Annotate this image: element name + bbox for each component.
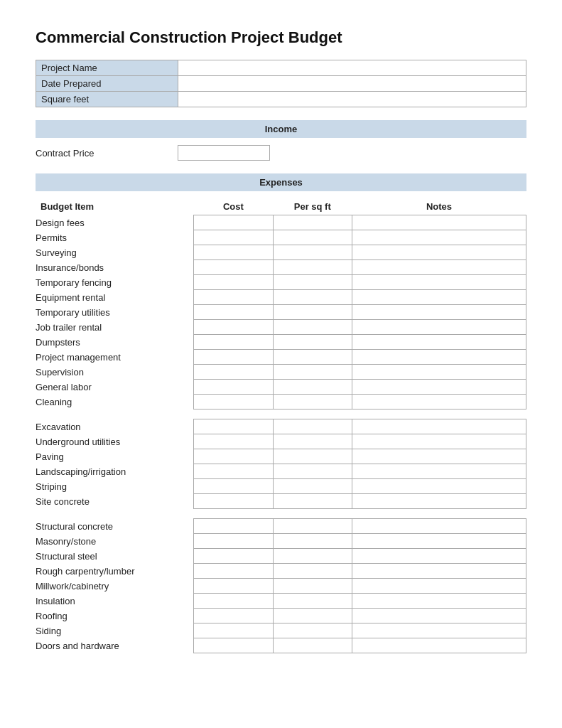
table-row: Surveying [36, 245, 526, 260]
cost-cell[interactable] [194, 609, 273, 623]
notes-cell[interactable] [352, 290, 526, 305]
persqft-cell[interactable] [273, 623, 352, 638]
notes-cell[interactable] [352, 320, 526, 335]
cost-cell[interactable] [194, 380, 273, 395]
persqft-cell[interactable] [273, 215, 352, 230]
cost-cell[interactable] [194, 275, 273, 290]
notes-cell[interactable] [352, 305, 526, 320]
cost-cell[interactable] [194, 365, 273, 380]
budget-item-label: Landscaping/irrigation [36, 464, 194, 479]
cost-cell[interactable] [194, 230, 273, 245]
cost-cell[interactable] [194, 479, 273, 494]
cost-cell[interactable] [194, 534, 273, 549]
notes-cell[interactable] [352, 215, 526, 230]
persqft-cell[interactable] [273, 609, 352, 623]
budget-item-label: Paving [36, 449, 194, 464]
notes-cell[interactable] [352, 564, 526, 579]
info-row: Project Name [36, 60, 526, 76]
info-value[interactable] [178, 76, 526, 92]
notes-cell[interactable] [352, 335, 526, 350]
cost-cell[interactable] [194, 335, 273, 350]
persqft-cell[interactable] [273, 395, 352, 410]
cost-cell[interactable] [194, 305, 273, 320]
persqft-cell[interactable] [273, 479, 352, 494]
notes-cell[interactable] [352, 494, 526, 509]
notes-cell[interactable] [352, 419, 526, 434]
persqft-cell[interactable] [273, 275, 352, 290]
persqft-cell[interactable] [273, 245, 352, 260]
cost-cell[interactable] [194, 494, 273, 509]
info-value[interactable] [178, 60, 526, 76]
cost-cell[interactable] [194, 215, 273, 230]
notes-cell[interactable] [352, 350, 526, 365]
notes-cell[interactable] [352, 549, 526, 564]
persqft-cell[interactable] [273, 335, 352, 350]
info-table: Project Name Date Prepared Square feet [36, 60, 526, 107]
notes-cell[interactable] [352, 519, 526, 534]
notes-cell[interactable] [352, 594, 526, 609]
cost-cell[interactable] [194, 434, 273, 449]
persqft-cell[interactable] [273, 434, 352, 449]
persqft-cell[interactable] [273, 380, 352, 395]
persqft-cell[interactable] [273, 579, 352, 594]
notes-cell[interactable] [352, 365, 526, 380]
persqft-cell[interactable] [273, 564, 352, 579]
budget-item-label: Surveying [36, 245, 194, 260]
cost-cell[interactable] [194, 245, 273, 260]
notes-cell[interactable] [352, 395, 526, 410]
info-value[interactable] [178, 92, 526, 107]
cost-cell[interactable] [194, 623, 273, 638]
cost-cell[interactable] [194, 290, 273, 305]
notes-cell[interactable] [352, 449, 526, 464]
cost-cell[interactable] [194, 350, 273, 365]
persqft-cell[interactable] [273, 350, 352, 365]
cost-cell[interactable] [194, 564, 273, 579]
notes-cell[interactable] [352, 464, 526, 479]
notes-cell[interactable] [352, 609, 526, 623]
notes-cell[interactable] [352, 534, 526, 549]
budget-item-label: Temporary fencing [36, 275, 194, 290]
persqft-cell[interactable] [273, 260, 352, 275]
persqft-cell[interactable] [273, 449, 352, 464]
persqft-cell[interactable] [273, 230, 352, 245]
persqft-cell[interactable] [273, 320, 352, 335]
persqft-cell[interactable] [273, 519, 352, 534]
persqft-cell[interactable] [273, 464, 352, 479]
cost-cell[interactable] [194, 464, 273, 479]
notes-cell[interactable] [352, 245, 526, 260]
notes-cell[interactable] [352, 260, 526, 275]
contract-input[interactable] [178, 145, 270, 161]
table-row: Roofing [36, 609, 526, 623]
table-row: Excavation [36, 419, 526, 434]
cost-cell[interactable] [194, 395, 273, 410]
cost-cell[interactable] [194, 549, 273, 564]
notes-cell[interactable] [352, 623, 526, 638]
notes-cell[interactable] [352, 479, 526, 494]
notes-cell[interactable] [352, 275, 526, 290]
notes-cell[interactable] [352, 579, 526, 594]
persqft-cell[interactable] [273, 290, 352, 305]
cost-cell[interactable] [194, 260, 273, 275]
cost-cell[interactable] [194, 594, 273, 609]
notes-cell[interactable] [352, 638, 526, 653]
budget-item-label: Siding [36, 623, 194, 638]
cost-cell[interactable] [194, 638, 273, 653]
cost-cell[interactable] [194, 419, 273, 434]
persqft-cell[interactable] [273, 594, 352, 609]
persqft-cell[interactable] [273, 419, 352, 434]
notes-cell[interactable] [352, 230, 526, 245]
persqft-cell[interactable] [273, 534, 352, 549]
persqft-cell[interactable] [273, 549, 352, 564]
table-row: Dumpsters [36, 335, 526, 350]
notes-cell[interactable] [352, 434, 526, 449]
persqft-cell[interactable] [273, 365, 352, 380]
budget-item-label: Dumpsters [36, 335, 194, 350]
notes-cell[interactable] [352, 380, 526, 395]
cost-cell[interactable] [194, 449, 273, 464]
persqft-cell[interactable] [273, 494, 352, 509]
persqft-cell[interactable] [273, 638, 352, 653]
cost-cell[interactable] [194, 519, 273, 534]
persqft-cell[interactable] [273, 305, 352, 320]
cost-cell[interactable] [194, 320, 273, 335]
cost-cell[interactable] [194, 579, 273, 594]
